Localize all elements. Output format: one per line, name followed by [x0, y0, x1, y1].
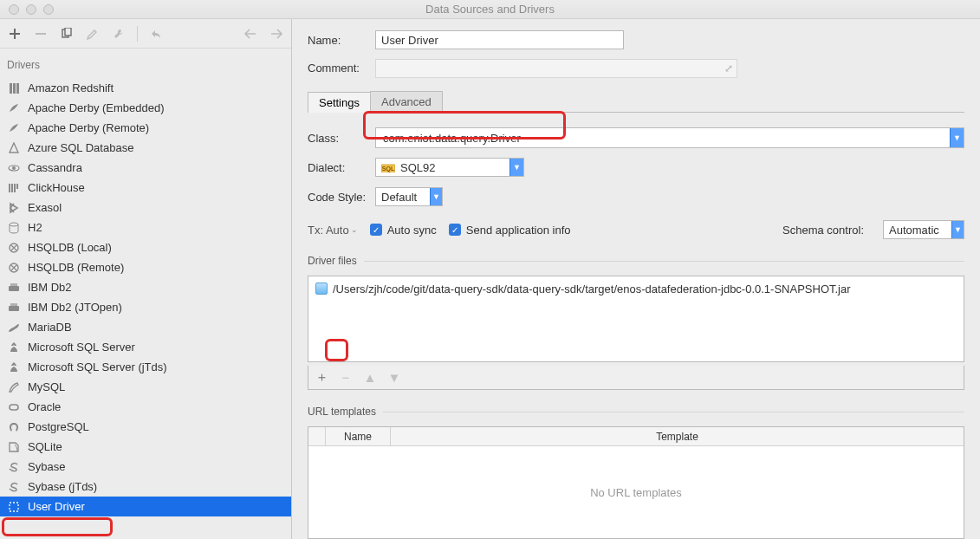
sidebar-item-driver[interactable]: ClickHouse — [0, 178, 291, 198]
driver-item-label: ClickHouse — [28, 181, 85, 194]
sidebar-item-driver[interactable]: Exasol — [0, 198, 291, 218]
driver-file-item[interactable]: /Users/zjh/code/git/data-query-sdk/data-… — [312, 280, 960, 297]
name-input[interactable] — [375, 30, 624, 49]
add-file-button[interactable]: ＋ — [314, 370, 329, 386]
exasol-icon — [7, 201, 21, 215]
sidebar-item-driver[interactable]: Microsoft SQL Server — [0, 337, 291, 357]
redshift-icon — [7, 81, 21, 95]
mysql-icon — [7, 380, 21, 394]
sidebar-item-driver[interactable]: Sybase — [0, 457, 291, 477]
sidebar-item-driver[interactable]: Amazon Redshift — [0, 78, 291, 98]
driver-item-label: H2 — [28, 221, 42, 234]
sidebar-item-driver[interactable]: Azure SQL Database — [0, 138, 291, 158]
chevron-down-icon[interactable]: ▼ — [950, 128, 964, 147]
mssql-icon — [7, 341, 21, 354]
driver-item-label: Sybase (jTds) — [28, 480, 97, 493]
driver-item-label: MySQL — [28, 380, 65, 393]
mariadb-icon — [7, 321, 21, 334]
sidebar-item-driver[interactable]: H2 — [0, 218, 291, 237]
svg-rect-9 — [11, 184, 13, 192]
chevron-down-icon[interactable]: ▼ — [951, 221, 964, 238]
driver-files-toolbar: ＋ − ▲ ▼ — [308, 366, 964, 390]
edit-icon — [85, 26, 101, 42]
sidebar-toolbar — [0, 19, 291, 49]
move-down-button: ▼ — [386, 370, 402, 386]
driver-item-label: Apache Derby (Remote) — [28, 121, 149, 134]
jar-icon — [315, 282, 328, 295]
table-header: Name Template — [308, 427, 964, 446]
codestyle-select[interactable]: Default ▼ — [375, 187, 443, 206]
table-header-template: Template — [391, 427, 964, 445]
sidebar-item-driver[interactable]: IBM Db2 — [0, 277, 291, 297]
mssql-icon — [7, 360, 21, 374]
expand-icon[interactable]: ⤢ — [724, 62, 733, 75]
chevron-down-icon[interactable]: ▼ — [509, 159, 523, 176]
svg-rect-4 — [13, 83, 16, 94]
sidebar-item-driver[interactable]: IBM Db2 (JTOpen) — [0, 297, 291, 317]
sidebar-item-driver[interactable]: User Driver — [0, 497, 291, 516]
tx-mode-button[interactable]: Tx: Auto ⌄ — [308, 224, 358, 237]
add-icon[interactable] — [7, 26, 23, 42]
dialect-value: SQL92 — [400, 161, 435, 174]
schema-control-select[interactable]: Automatic ▼ — [883, 220, 964, 239]
nav-forward-icon — [269, 26, 284, 42]
driver-files-list[interactable]: /Users/zjh/code/git/data-query-sdk/data-… — [308, 276, 964, 362]
name-label: Name: — [308, 34, 375, 47]
sidebar-item-driver[interactable]: Microsoft SQL Server (jTds) — [0, 357, 291, 377]
driver-item-label: HSQLDB (Remote) — [28, 261, 124, 274]
driver-list[interactable]: Amazon RedshiftApache Derby (Embedded)Ap… — [0, 78, 291, 539]
sidebar-item-driver[interactable]: Oracle — [0, 397, 291, 417]
svg-rect-11 — [16, 184, 18, 189]
schema-control-label: Schema control: — [782, 224, 864, 237]
db2-icon — [7, 301, 21, 315]
sidebar-item-driver[interactable]: Apache Derby (Remote) — [0, 118, 291, 138]
driver-item-label: Exasol — [28, 201, 62, 214]
class-select[interactable]: com.eniot.data.query.Driver ▼ — [375, 127, 964, 148]
sidebar-item-driver[interactable]: SQLite — [0, 437, 291, 457]
driver-item-label: IBM Db2 (JTOpen) — [28, 301, 122, 314]
comment-input[interactable]: ⤢ — [375, 59, 737, 78]
send-app-info-checkbox[interactable]: ✓ Send application info — [449, 224, 571, 237]
sqlite-icon — [7, 440, 21, 454]
url-templates-empty: No URL templates — [308, 446, 964, 538]
user-icon — [7, 500, 21, 514]
svg-rect-0 — [36, 33, 46, 35]
driver-item-label: Azure SQL Database — [28, 141, 133, 154]
url-templates-table[interactable]: Name Template No URL templates — [308, 426, 964, 539]
dialect-select[interactable]: SQL SQL92 ▼ — [375, 158, 524, 177]
driver-item-label: IBM Db2 — [28, 281, 72, 294]
copy-icon[interactable] — [59, 26, 75, 42]
db2-icon — [7, 281, 21, 295]
sidebar-item-driver[interactable]: Sybase (jTds) — [0, 477, 291, 497]
driver-item-label: Cassandra — [28, 161, 82, 174]
sidebar-item-driver[interactable]: HSQLDB (Remote) — [0, 257, 291, 277]
drivers-section-header: Drivers — [0, 49, 291, 78]
window-titlebar: Data Sources and Drivers — [0, 0, 980, 19]
svg-rect-5 — [16, 83, 19, 94]
table-header-handle — [308, 427, 326, 445]
svg-rect-2 — [65, 28, 71, 36]
svg-rect-3 — [10, 83, 12, 94]
sidebar-item-driver[interactable]: MariaDB — [0, 317, 291, 337]
sidebar-item-driver[interactable]: Apache Derby (Embedded) — [0, 98, 291, 118]
sidebar-item-driver[interactable]: MySQL — [0, 377, 291, 397]
auto-sync-checkbox[interactable]: ✓ Auto sync — [370, 224, 437, 237]
sidebar-item-driver[interactable]: PostgreSQL — [0, 417, 291, 437]
driver-item-label: Oracle — [28, 400, 61, 413]
sidebar-item-driver[interactable]: Cassandra — [0, 158, 291, 178]
remove-icon — [33, 26, 49, 42]
driver-files-section: Driver files — [308, 255, 964, 267]
tab-advanced[interactable]: Advanced — [370, 91, 443, 112]
svg-rect-8 — [9, 184, 10, 192]
sidebar-item-driver[interactable]: HSQLDB (Local) — [0, 237, 291, 257]
tabs: Settings Advanced — [308, 91, 964, 113]
chevron-down-icon[interactable]: ▼ — [430, 188, 442, 205]
svg-rect-10 — [14, 184, 16, 192]
sidebar: Drivers Amazon RedshiftApache Derby (Emb… — [0, 19, 292, 539]
checkmark-icon: ✓ — [370, 224, 382, 236]
oracle-icon — [7, 400, 21, 414]
driver-item-label: Apache Derby (Embedded) — [28, 101, 165, 114]
tab-settings[interactable]: Settings — [308, 92, 371, 113]
svg-rect-18 — [10, 303, 17, 306]
move-up-button: ▲ — [362, 370, 378, 386]
